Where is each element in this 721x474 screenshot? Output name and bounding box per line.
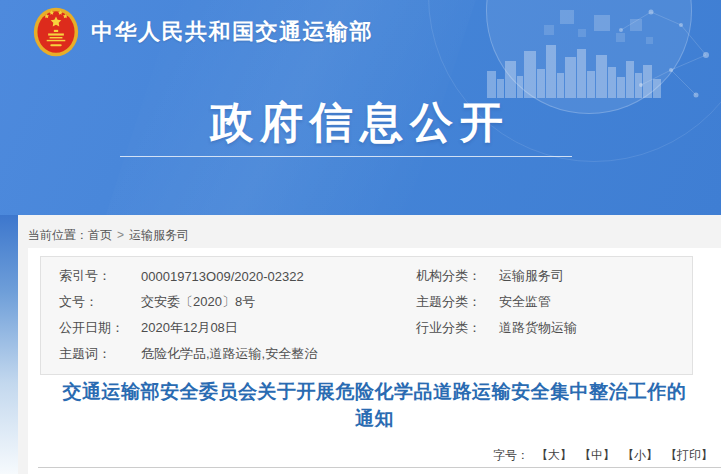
page-title: 政府信息公开	[20, 94, 700, 152]
meta-label-index: 索引号：	[59, 267, 141, 285]
breadcrumb-label: 当前位置：	[28, 228, 88, 242]
left-gradient-strip	[0, 215, 18, 474]
page: 中华人民共和国交通运输部 政府信息公开 当前位置：首页>运输服务司 索引号： 0…	[0, 0, 721, 474]
font-size-toolbar: 字号：【大】【中】【小】【打印】	[493, 447, 713, 464]
meta-value-industry: 道路货物运输	[499, 319, 692, 337]
font-medium-button[interactable]: 【中】	[579, 448, 615, 462]
print-button[interactable]: 【打印】	[665, 448, 713, 462]
breadcrumb-home-link[interactable]: 首页	[88, 228, 112, 242]
ministry-logo[interactable]: 中华人民共和国交通运输部	[33, 7, 373, 57]
divider-line	[38, 467, 721, 468]
meta-label-org: 机构分类：	[416, 267, 499, 285]
breadcrumb-dept-link[interactable]: 运输服务司	[129, 228, 189, 242]
meta-row-index: 索引号： 000019713O09/2020-02322 机构分类： 运输服务司	[41, 263, 692, 289]
meta-value-index: 000019713O09/2020-02322	[141, 269, 416, 284]
header-banner: 中华人民共和国交通运输部 政府信息公开	[0, 0, 721, 215]
meta-label-topic: 主题分类：	[416, 293, 499, 311]
ministry-name: 中华人民共和国交通运输部	[91, 17, 373, 47]
meta-row-date: 公开日期： 2020年12月08日 行业分类： 道路货物运输	[41, 315, 692, 341]
content-background: 当前位置：首页>运输服务司 索引号： 000019713O09/2020-023…	[18, 215, 721, 474]
meta-label-docnum: 文号：	[59, 293, 141, 311]
article-title: 交通运输部安全委员会关于开展危险化学品道路运输安全集中整治工作的通知	[55, 378, 695, 432]
title-underline	[120, 156, 572, 157]
national-emblem-icon	[33, 7, 79, 57]
meta-label-date: 公开日期：	[59, 319, 141, 337]
meta-row-docnum: 文号： 交安委〔2020〕8号 主题分类： 安全监管	[41, 289, 692, 315]
font-size-label: 字号：	[493, 448, 529, 462]
breadcrumb-separator: >	[117, 228, 124, 242]
meta-value-keywords: 危险化学品,道路运输,安全整治	[141, 345, 416, 363]
meta-value-docnum: 交安委〔2020〕8号	[141, 293, 416, 311]
meta-label-keywords: 主题词：	[59, 345, 141, 363]
meta-row-keywords: 主题词： 危险化学品,道路运输,安全整治	[41, 341, 692, 367]
breadcrumb: 当前位置：首页>运输服务司	[28, 227, 189, 244]
font-small-button[interactable]: 【小】	[622, 448, 658, 462]
content-panel: 索引号： 000019713O09/2020-02322 机构分类： 运输服务司…	[28, 248, 721, 474]
meta-label-industry: 行业分类：	[416, 319, 499, 337]
meta-value-date: 2020年12月08日	[141, 319, 416, 337]
font-large-button[interactable]: 【大】	[536, 448, 572, 462]
document-meta-table: 索引号： 000019713O09/2020-02322 机构分类： 运输服务司…	[40, 256, 693, 375]
meta-value-topic: 安全监管	[499, 293, 692, 311]
meta-value-org: 运输服务司	[499, 267, 692, 285]
